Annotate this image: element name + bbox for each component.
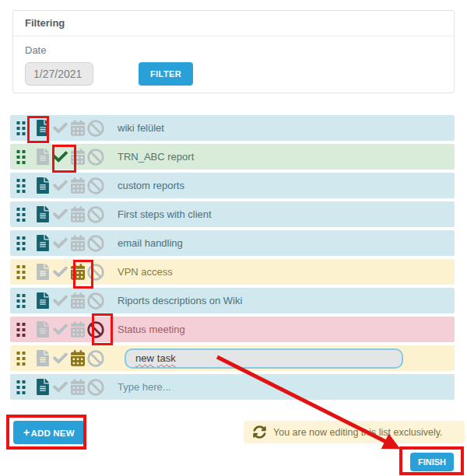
date-label: Date: [25, 44, 442, 56]
task-label: TRN_ABC report: [118, 151, 194, 163]
drag-handle-icon[interactable]: [16, 323, 26, 337]
ban-icon[interactable]: [87, 206, 104, 223]
task-row: Status meeting: [10, 317, 455, 342]
add-new-button[interactable]: +ADD NEW: [13, 421, 85, 444]
drag-handle-icon[interactable]: [16, 380, 26, 394]
task-row-editing: new task: [10, 345, 455, 371]
task-label: email handling: [118, 237, 183, 249]
plus-icon: +: [23, 426, 30, 439]
new-task-word: new: [135, 352, 154, 364]
task-label: First steps with client: [118, 208, 212, 220]
task-list: wiki felület TRN_ABC report custom repor…: [10, 115, 455, 403]
document-icon[interactable]: [37, 177, 49, 194]
drag-handle-icon[interactable]: [16, 179, 26, 193]
finish-button[interactable]: FINISH: [410, 453, 454, 471]
drag-handle-icon[interactable]: [16, 208, 26, 222]
task-label: VPN access: [118, 266, 173, 278]
check-icon[interactable]: [53, 207, 68, 222]
new-task-input[interactable]: new task: [125, 348, 403, 369]
ban-icon[interactable]: [87, 379, 104, 396]
calendar-icon[interactable]: [71, 321, 85, 338]
drag-handle-icon[interactable]: [16, 294, 26, 308]
filter-button[interactable]: FILTER: [139, 62, 193, 86]
task-row: TRN_ABC report: [10, 144, 455, 170]
notice-text: You are now editing this list exclusivel…: [273, 427, 442, 438]
calendar-icon[interactable]: [71, 350, 85, 366]
task-label: Type here...: [118, 381, 171, 393]
document-icon[interactable]: [37, 120, 49, 136]
check-icon[interactable]: [53, 121, 68, 135]
document-icon[interactable]: [37, 321, 49, 338]
check-icon[interactable]: [53, 236, 68, 250]
date-input[interactable]: [25, 62, 93, 86]
ban-icon[interactable]: [87, 120, 104, 137]
ban-icon[interactable]: [87, 149, 104, 166]
check-icon[interactable]: [53, 351, 68, 366]
filtering-panel: Filtering Date FILTER: [12, 10, 455, 93]
ban-icon[interactable]: [87, 235, 104, 252]
add-new-label: ADD NEW: [30, 429, 74, 438]
task-row: VPN access: [10, 259, 455, 285]
task-row: First steps with client: [10, 201, 455, 227]
task-label: Riports descriptions on Wiki: [118, 295, 242, 306]
task-row: email handling: [10, 230, 455, 256]
ban-icon[interactable]: [87, 177, 104, 194]
task-row: Riports descriptions on Wiki: [10, 288, 455, 313]
check-icon[interactable]: [53, 322, 68, 337]
calendar-icon[interactable]: [71, 264, 85, 280]
document-icon[interactable]: [37, 149, 49, 165]
task-row: wiki felület: [10, 115, 455, 141]
ban-icon[interactable]: [87, 321, 104, 338]
task-row: custom reports: [10, 173, 455, 198]
new-task-word: task: [157, 352, 176, 364]
drag-handle-icon[interactable]: [16, 121, 26, 135]
task-row-placeholder: Type here...: [10, 374, 455, 400]
calendar-icon[interactable]: [71, 206, 85, 222]
document-icon[interactable]: [37, 292, 49, 309]
check-icon[interactable]: [53, 293, 68, 308]
task-label: Status meeting: [118, 324, 185, 335]
calendar-icon[interactable]: [71, 235, 85, 251]
check-icon[interactable]: [53, 264, 68, 279]
ban-icon[interactable]: [87, 350, 104, 367]
exclusive-edit-notice: You are now editing this list exclusivel…: [244, 421, 465, 443]
check-icon[interactable]: [53, 178, 68, 193]
drag-handle-icon[interactable]: [16, 236, 26, 250]
document-icon[interactable]: [37, 350, 49, 366]
document-icon[interactable]: [37, 379, 49, 395]
document-icon[interactable]: [37, 206, 49, 222]
calendar-icon[interactable]: [71, 379, 85, 395]
ban-icon[interactable]: [87, 264, 104, 281]
filtering-panel-body: Date FILTER: [13, 37, 454, 86]
calendar-icon[interactable]: [71, 292, 85, 309]
check-icon[interactable]: [53, 380, 68, 394]
drag-handle-icon[interactable]: [16, 352, 26, 366]
calendar-icon[interactable]: [71, 149, 85, 165]
ban-icon[interactable]: [87, 292, 104, 310]
filtering-panel-title: Filtering: [13, 11, 454, 37]
drag-handle-icon[interactable]: [16, 150, 26, 164]
task-manager-page: Filtering Date FILTER wiki felület TRN_: [0, 0, 467, 476]
check-icon[interactable]: [53, 149, 68, 164]
task-label: wiki felület: [118, 122, 164, 134]
calendar-icon[interactable]: [71, 120, 85, 136]
document-icon[interactable]: [37, 264, 49, 280]
calendar-icon[interactable]: [71, 177, 85, 194]
drag-handle-icon[interactable]: [16, 265, 26, 279]
document-icon[interactable]: [37, 235, 49, 251]
task-label: custom reports: [118, 180, 184, 191]
sync-icon: [253, 425, 266, 439]
